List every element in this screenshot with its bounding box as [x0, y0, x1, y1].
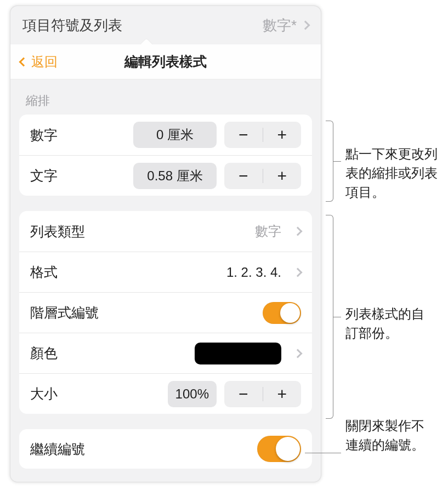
chevron-right-icon	[301, 21, 310, 30]
back-label: 返回	[31, 53, 58, 71]
breadcrumb-label: 項目符號及列表	[22, 16, 122, 35]
page-title: 編輯列表樣式	[124, 53, 207, 71]
callout-style: 列表樣式的自訂部份。	[345, 305, 433, 343]
breadcrumb-value: 數字*	[263, 16, 297, 35]
indent-number-field[interactable]: 0 厘米	[133, 122, 217, 148]
callout-bracket	[326, 121, 333, 202]
indent-number-stepper: − +	[224, 122, 301, 148]
breadcrumb-row[interactable]: 項目符號及列表 數字*	[10, 6, 321, 44]
color-swatch[interactable]	[195, 343, 281, 364]
size-stepper: − +	[224, 381, 301, 407]
color-label: 顏色	[30, 344, 58, 362]
style-group: 列表類型 數字 格式 1. 2. 3. 4. 階層式編號 顏色	[19, 211, 312, 414]
list-type-value: 數字	[255, 223, 281, 240]
color-row[interactable]: 顏色	[19, 333, 312, 373]
size-increment[interactable]: +	[263, 385, 302, 403]
indent-text-stepper: − +	[224, 163, 301, 189]
indent-number-label: 數字	[30, 126, 58, 144]
tiered-label: 階層式編號	[30, 304, 99, 322]
indent-text-label: 文字	[30, 167, 58, 185]
continue-group: 繼續編號	[19, 429, 312, 469]
size-label: 大小	[30, 385, 58, 403]
format-value: 1. 2. 3. 4.	[226, 265, 281, 280]
format-label: 格式	[30, 263, 58, 281]
tiered-toggle[interactable]	[263, 302, 301, 324]
chevron-right-icon	[293, 349, 303, 358]
sub-header: 返回 編輯列表樣式	[10, 44, 321, 79]
indent-number-increment[interactable]: +	[263, 126, 302, 144]
chevron-right-icon	[293, 267, 303, 277]
chevron-right-icon	[293, 227, 303, 236]
tiered-row: 階層式編號	[19, 292, 312, 333]
indent-text-field[interactable]: 0.58 厘米	[133, 163, 217, 189]
format-row[interactable]: 格式 1. 2. 3. 4.	[19, 252, 312, 292]
indent-text-increment[interactable]: +	[263, 167, 302, 185]
callout-bracket	[326, 215, 333, 419]
list-type-row[interactable]: 列表類型 數字	[19, 211, 312, 252]
back-button[interactable]: 返回	[20, 53, 58, 71]
list-type-label: 列表類型	[30, 223, 85, 241]
callout-continue: 關閉來製作不連續的編號。	[345, 417, 433, 455]
continue-label: 繼續編號	[30, 440, 85, 458]
continue-row: 繼續編號	[19, 429, 312, 469]
continue-toggle[interactable]	[257, 436, 301, 462]
callout-indent: 點一下來更改列表的縮排或列表項目。	[345, 145, 439, 202]
indent-group: 數字 0 厘米 − + 文字 0.58 厘米 − +	[19, 115, 312, 196]
callout-line	[305, 453, 341, 453]
indent-number-decrement[interactable]: −	[224, 126, 263, 144]
indent-section-header: 縮排	[10, 79, 321, 115]
size-row: 大小 100% − +	[19, 373, 312, 414]
indent-text-decrement[interactable]: −	[224, 167, 263, 185]
size-field[interactable]: 100%	[168, 381, 217, 407]
settings-popover: 項目符號及列表 數字* 返回 編輯列表樣式 縮排 數字 0 厘米 − +	[10, 5, 321, 482]
chevron-left-icon	[19, 57, 29, 66]
callout-line	[333, 317, 341, 317]
callout-line	[333, 161, 341, 162]
breadcrumb-value-link[interactable]: 數字*	[263, 16, 309, 35]
indent-text-row: 文字 0.58 厘米 − +	[19, 155, 312, 196]
indent-number-row: 數字 0 厘米 − +	[19, 115, 312, 155]
size-decrement[interactable]: −	[224, 385, 263, 403]
